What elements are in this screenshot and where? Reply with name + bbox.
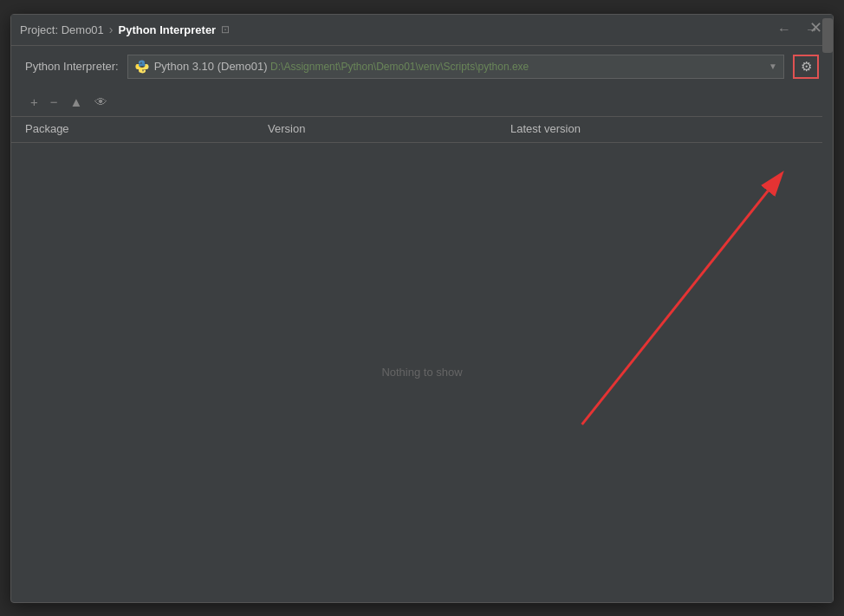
toolbar: + − ▲ 👁 <box>11 88 833 117</box>
svg-line-1 <box>582 191 769 424</box>
gear-button[interactable]: ⚙ <box>793 55 819 79</box>
project-label: Project: Demo01 <box>20 23 104 36</box>
page-title: Python Interpreter <box>119 23 217 36</box>
title-bar-left: Project: Demo01 › Python Interpreter ⊡ <box>20 23 230 36</box>
show-details-button[interactable]: 👁 <box>89 93 113 111</box>
interpreter-dropdown[interactable]: Python 3.10 (Demo01) D:\Assignment\Pytho… <box>127 55 784 79</box>
interpreter-select-wrapper: Python 3.10 (Demo01) D:\Assignment\Pytho… <box>127 55 784 79</box>
column-package: Package <box>25 117 268 142</box>
scrollbar[interactable] <box>822 15 833 602</box>
table-header: Package Version Latest version <box>11 117 833 143</box>
python-logo-icon <box>135 60 149 74</box>
title-bar: Project: Demo01 › Python Interpreter ⊡ ←… <box>11 15 833 46</box>
update-package-button[interactable]: ▲ <box>65 93 88 111</box>
remove-package-button[interactable]: − <box>45 93 63 111</box>
add-package-button[interactable]: + <box>25 93 43 111</box>
dropdown-arrow-icon: ▼ <box>769 62 777 71</box>
scrollbar-thumb <box>822 18 833 53</box>
page-icon[interactable]: ⊡ <box>221 23 230 36</box>
empty-message: Nothing to show <box>381 366 462 379</box>
interpreter-version-text: Python 3.10 (Demo01) D:\Assignment\Pytho… <box>154 60 757 73</box>
column-version: Version <box>268 117 510 142</box>
interpreter-label: Python Interpreter: <box>25 60 119 73</box>
python-interpreter-dialog: Project: Demo01 › Python Interpreter ⊡ ←… <box>10 14 834 603</box>
interpreter-row: Python Interpreter: <box>11 46 833 88</box>
table-body: Nothing to show <box>11 143 833 602</box>
column-latest-version: Latest version <box>510 117 819 142</box>
back-button[interactable]: ← <box>772 21 796 38</box>
title-separator: › <box>109 23 114 36</box>
